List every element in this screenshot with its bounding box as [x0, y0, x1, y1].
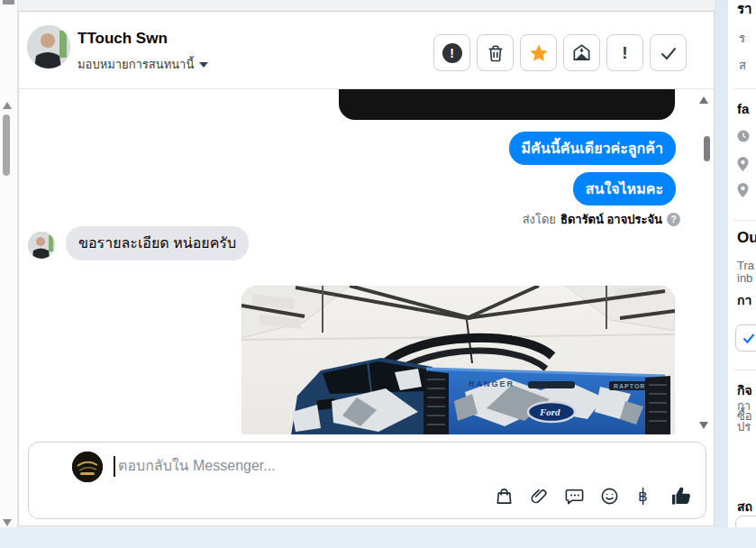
conversation-actions: ! !: [433, 34, 687, 71]
sent-by-line: ส่งโดย ธิดารัตน์ อาจประจัน ?: [523, 210, 680, 229]
sent-message-bubble: มีคันนี้คันเดียวค่ะลูกค้า: [509, 132, 676, 165]
sidebar-section-title: รา: [737, 0, 751, 20]
follow-up-button[interactable]: [520, 34, 557, 71]
sidebar-text: ส: [739, 56, 746, 75]
sent-message-bubble: สนใจไหมคะ: [573, 172, 676, 206]
label-chip[interactable]: [735, 324, 756, 352]
emoji-button[interactable]: [597, 484, 621, 507]
sidebar-text: ปร: [737, 417, 751, 436]
sidebar-text: ร: [739, 29, 745, 48]
exclamation-circle-icon: !: [442, 43, 462, 63]
exclamation-icon: !: [622, 43, 627, 63]
like-button[interactable]: [668, 484, 693, 507]
conversation-list-edge: [0, 0, 18, 527]
help-icon[interactable]: ?: [667, 213, 680, 226]
divider: [733, 88, 756, 89]
contact-name: TTouch Swn: [77, 30, 168, 48]
panel-gap: [715, 0, 728, 548]
sent-by-name: ธิดารัตน์ อาจประจัน: [560, 210, 662, 229]
contact-avatar[interactable]: [27, 25, 70, 68]
clock-icon: [737, 130, 750, 142]
mark-important-button[interactable]: !: [606, 34, 643, 71]
emoji-icon: [599, 486, 620, 507]
page-bottom-band: [0, 527, 756, 548]
attach-button[interactable]: [527, 484, 551, 507]
star-icon: [528, 42, 550, 64]
sidebar-section-title: Ou: [737, 229, 756, 247]
divider: [733, 220, 756, 221]
sender-avatar[interactable]: [28, 232, 55, 259]
chat-scrollbar-thumb[interactable]: [704, 136, 710, 161]
chevron-down-icon: [199, 62, 208, 68]
report-button[interactable]: !: [433, 34, 470, 71]
mark-done-button[interactable]: [650, 34, 687, 71]
previous-media-message[interactable]: [339, 89, 675, 120]
photo-message-truck[interactable]: RANGER RAPTOR Ford: [241, 286, 675, 434]
saved-replies-icon: [564, 486, 585, 507]
message-thread: มีคันนี้คันเดียวค่ะลูกค้า สนใจไหมคะ ส่งโ…: [19, 89, 714, 434]
divider: [733, 370, 756, 370]
assign-label: มอบหมายการสนทนานี้: [77, 55, 194, 74]
thumbs-up-icon: [669, 484, 693, 508]
check-icon: [658, 42, 679, 64]
page-name: fa: [737, 101, 749, 116]
sidebar-dropdown[interactable]: [735, 516, 756, 527]
chat-scroll-down-arrow[interactable]: [699, 422, 708, 429]
paperclip-icon: [529, 486, 550, 507]
scrollbar-fragment: [3, 0, 14, 5]
sidebar-text: Tra: [737, 259, 754, 272]
text-cursor: [114, 456, 115, 477]
delete-button[interactable]: [477, 34, 514, 71]
details-sidebar: รา ร ส fa Ou Tra inb กา กิจ กา ซื้อ ปร ส…: [728, 0, 756, 527]
avatar-image: [27, 25, 70, 68]
mail-move-icon: [571, 42, 592, 63]
pin-icon: [737, 157, 749, 171]
reply-composer: B: [28, 442, 706, 519]
sidebar-section-title: สถ: [737, 497, 752, 516]
assign-conversation-dropdown[interactable]: มอบหมายการสนทนานี้: [77, 55, 208, 74]
pin-icon: [737, 183, 749, 197]
svg-text:RANGER: RANGER: [469, 379, 515, 388]
truck-photo: RANGER RAPTOR Ford: [241, 286, 675, 434]
sidebar-text: inb: [737, 271, 752, 285]
avatar-image: [72, 452, 103, 482]
svg-text:Ford: Ford: [539, 406, 560, 417]
trash-icon: [486, 43, 506, 63]
chat-scroll-up-arrow[interactable]: [699, 96, 708, 104]
sidebar-section-title: กา: [737, 290, 751, 310]
scrollbar-thumb[interactable]: [3, 114, 10, 176]
received-message-bubble: ขอรายละเอียด หน่อยครับ: [66, 226, 249, 260]
svg-text:RAPTOR: RAPTOR: [614, 383, 645, 389]
reply-input[interactable]: [118, 453, 496, 479]
avatar-image: [28, 232, 55, 259]
baht-icon: B: [635, 486, 653, 507]
scrollbar-down-arrow[interactable]: [3, 519, 12, 526]
sent-by-prefix: ส่งโดย: [523, 210, 556, 229]
check-icon: [742, 331, 756, 345]
products-button[interactable]: [492, 484, 515, 507]
bag-icon: [494, 486, 515, 507]
scrollbar-up-arrow[interactable]: [3, 102, 12, 109]
conversation-panel: TTouch Swn มอบหมายการสนทนานี้ !: [18, 11, 715, 526]
composer-toolbar: B: [492, 484, 693, 507]
saved-replies-button[interactable]: [562, 484, 586, 507]
payment-button[interactable]: B: [633, 484, 656, 507]
move-to-inbox-button[interactable]: [563, 34, 600, 71]
page-avatar: [72, 452, 103, 482]
